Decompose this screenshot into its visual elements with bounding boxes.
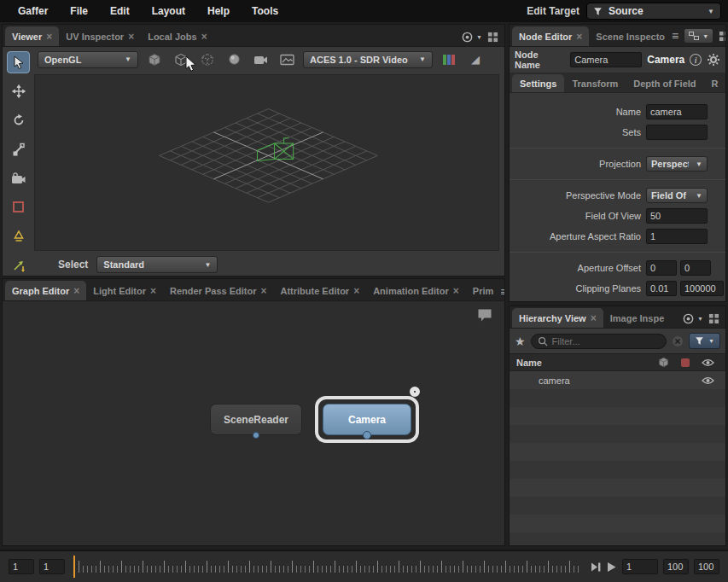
layout-grid-icon[interactable] — [487, 32, 498, 43]
node-set-dropdown[interactable]: ▼ — [684, 28, 713, 44]
scene-end-frame-input[interactable] — [694, 559, 719, 574]
menu-file[interactable]: File — [59, 5, 99, 17]
tab-light-editor[interactable]: Light Editor × — [86, 281, 163, 300]
tab-render-pass-editor[interactable]: Render Pass Editor × — [163, 281, 274, 300]
tab-hierarchy-view[interactable]: Hierarchy View × — [512, 308, 603, 328]
scale-tool-button[interactable] — [7, 138, 30, 160]
layout-grid-icon[interactable] — [708, 313, 719, 324]
tab-close-icon[interactable]: × — [201, 31, 207, 43]
filter-search-box[interactable] — [531, 334, 667, 349]
tab-close-icon[interactable]: × — [46, 31, 52, 43]
tab-close-icon[interactable]: × — [73, 285, 79, 297]
select-tool-button[interactable] — [7, 51, 30, 73]
shading-ball-icon[interactable] — [224, 50, 244, 69]
perspective-mode-dropdown[interactable]: Field Of View ▼ — [646, 188, 708, 203]
camera-output-port[interactable] — [363, 431, 371, 439]
tab-attribute-editor[interactable]: Attribute Editor × — [273, 281, 366, 300]
node-info-icon[interactable]: i — [690, 54, 702, 66]
menu-edit[interactable]: Edit — [99, 5, 141, 17]
renderer-dropdown[interactable]: OpenGL ▼ — [38, 51, 138, 68]
menu-help[interactable]: Help — [196, 5, 241, 17]
hierarchy-row-camera[interactable]: camera — [510, 371, 725, 389]
frame-ruler[interactable] — [73, 556, 581, 578]
filter-input[interactable] — [552, 336, 661, 346]
light-tool-button[interactable] — [7, 225, 30, 247]
play-icon[interactable] — [606, 562, 617, 573]
tab-close-icon[interactable]: × — [260, 285, 266, 297]
aperture-offset-x-input[interactable] — [646, 260, 677, 276]
viewport-3d[interactable] — [34, 74, 499, 251]
display-transform-dropdown[interactable]: ACES 1.0 - SDR Video ▼ — [303, 51, 433, 68]
tab-animation-editor[interactable]: Animation Editor × — [366, 281, 466, 300]
name-input[interactable] — [646, 104, 708, 119]
camera-node-handle[interactable] — [410, 387, 420, 397]
tab-local-jobs[interactable]: Local Jobs × — [141, 26, 213, 46]
aperture-aspect-ratio-input[interactable] — [646, 229, 708, 244]
filter-mode-dropdown[interactable]: ▼ — [689, 333, 720, 349]
projection-dropdown[interactable]: Perspective ▼ — [646, 156, 708, 172]
playback-end-frame-input[interactable] — [663, 559, 689, 574]
layout-grid-icon[interactable] — [719, 31, 725, 42]
solid-shading-cube-icon[interactable] — [144, 50, 165, 69]
node-name-input[interactable] — [570, 52, 642, 67]
tab-graph-editor[interactable]: Graph Editor × — [5, 281, 86, 300]
points-cube-icon[interactable] — [197, 50, 218, 69]
menu-tools[interactable]: Tools — [241, 5, 289, 17]
tab-close-icon[interactable]: × — [150, 285, 156, 297]
exclusion-column-icon[interactable] — [674, 358, 696, 368]
tab-image-inspector[interactable]: Image Inspe — [603, 308, 672, 328]
sets-column-icon[interactable] — [652, 357, 674, 368]
tab-close-icon[interactable]: × — [128, 31, 134, 43]
focus-target-dropdown[interactable]: ▼ — [461, 31, 482, 44]
bookmark-star-icon[interactable]: ★ — [515, 335, 526, 348]
crop-window-tool-button[interactable] — [7, 196, 30, 218]
focus-target-dropdown[interactable]: ▼ — [682, 312, 703, 325]
tab-menu-icon[interactable]: ≡ — [500, 286, 504, 298]
section-tab-settings[interactable]: Settings — [512, 74, 564, 92]
section-tab-depth-of-field[interactable]: Depth of Field — [626, 74, 703, 92]
tab-primitive-inspector[interactable]: Prim — [466, 281, 500, 300]
tab-close-icon[interactable]: × — [353, 285, 359, 297]
scenereader-output-port[interactable] — [253, 432, 259, 439]
tab-close-icon[interactable]: × — [576, 31, 582, 43]
node-gear-icon[interactable] — [707, 53, 720, 67]
tab-close-icon[interactable]: × — [591, 312, 597, 324]
current-frame-marker[interactable] — [73, 556, 75, 578]
tab-menu-icon[interactable]: ≡ — [672, 30, 678, 42]
field-of-view-input[interactable] — [646, 208, 708, 224]
tab-close-icon[interactable]: × — [453, 285, 459, 297]
tab-viewer[interactable]: Viewer × — [5, 26, 59, 46]
aperture-offset-y-input[interactable] — [680, 260, 711, 276]
skip-forward-icon[interactable] — [590, 562, 602, 573]
camera-tool-button[interactable] — [7, 167, 30, 189]
playback-start-frame-input[interactable] — [39, 559, 65, 574]
select-mode-dropdown[interactable]: Standard ▼ — [96, 256, 218, 273]
visibility-eye-icon[interactable] — [696, 376, 719, 385]
annotation-bubble-icon[interactable] — [477, 308, 492, 323]
visibility-column-icon[interactable] — [696, 358, 719, 367]
clear-filter-icon[interactable] — [672, 335, 684, 347]
section-tab-transform[interactable]: Transform — [564, 74, 626, 92]
tab-scene-inspector[interactable]: Scene Inspecto — [589, 26, 672, 46]
tab-uv-inspector[interactable]: UV Inspector × — [59, 26, 141, 46]
current-frame-input[interactable] — [622, 559, 658, 574]
edit-target-dropdown[interactable]: Source ▼ — [586, 3, 721, 20]
menu-layout[interactable]: Layout — [141, 5, 196, 17]
tab-node-editor[interactable]: Node Editor × — [512, 26, 589, 46]
graph-canvas[interactable]: SceneReader Camera — [3, 301, 504, 545]
light-position-tool-button[interactable] — [7, 254, 30, 276]
node-scenereader[interactable]: SceneReader — [210, 404, 302, 435]
section-tab-render[interactable]: R — [704, 74, 726, 92]
scene-view-icon[interactable] — [277, 50, 297, 69]
rotate-tool-button[interactable] — [7, 109, 30, 131]
exposure-ramp-icon[interactable]: ◢ — [465, 50, 486, 69]
camera-settings-icon[interactable] — [250, 50, 271, 69]
menu-gaffer[interactable]: Gaffer — [7, 5, 59, 17]
translate-tool-button[interactable] — [7, 80, 30, 102]
clipping-far-input[interactable] — [680, 281, 724, 296]
scene-start-frame-input[interactable] — [9, 559, 34, 574]
color-channels-icon[interactable] — [439, 50, 459, 69]
sets-input[interactable] — [646, 125, 708, 140]
name-column-header[interactable]: Name — [516, 358, 652, 368]
clipping-near-input[interactable] — [646, 281, 677, 296]
